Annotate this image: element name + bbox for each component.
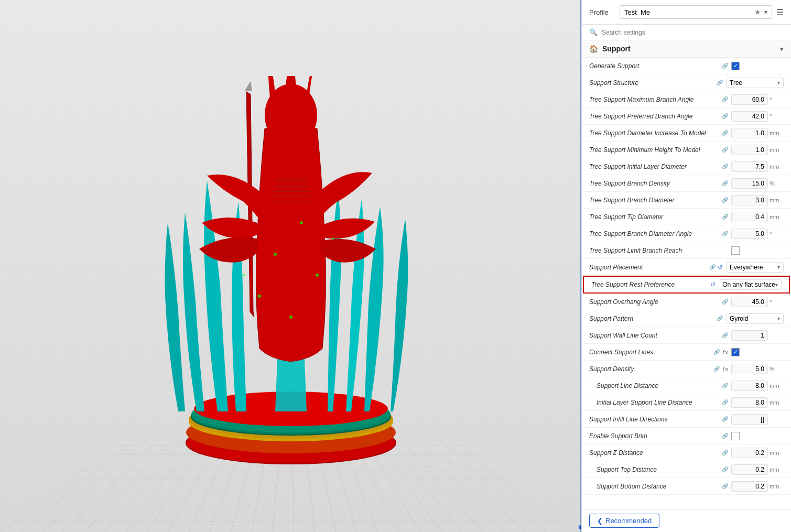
- link-icon-3[interactable]: 🔗: [722, 113, 728, 119]
- checkbox-22[interactable]: [731, 432, 740, 440]
- unit-19: mm: [770, 383, 781, 389]
- number-input-24[interactable]: [731, 464, 768, 475]
- recommended-button[interactable]: ❮ Recommended: [589, 514, 659, 528]
- setting-row-11: Tree Support Limit Branch Reach: [582, 242, 791, 259]
- svg-point-8: [274, 253, 277, 256]
- unit-2: °: [770, 96, 781, 103]
- reset-icon-13[interactable]: ↺: [710, 281, 716, 288]
- setting-value-3: °: [731, 111, 784, 122]
- link-icon-9[interactable]: 🔗: [722, 214, 728, 220]
- star-icon[interactable]: ★: [754, 8, 761, 16]
- link-icon-19[interactable]: 🔗: [722, 383, 728, 388]
- menu-icon[interactable]: ☰: [776, 7, 784, 17]
- link-icon-15[interactable]: 🔗: [717, 316, 723, 321]
- setting-icons-24: 🔗: [722, 466, 728, 472]
- setting-row-10: Tree Support Branch Diameter Angle🔗°: [582, 225, 791, 242]
- link-icon-2[interactable]: 🔗: [722, 96, 728, 102]
- setting-name-4: Tree Support Diameter Increase To Model: [589, 129, 722, 137]
- setting-name-1: Support Structure: [589, 79, 717, 86]
- profile-select[interactable]: Test_Me ★ ▾: [620, 5, 772, 19]
- link-icon-12[interactable]: 🔗: [709, 264, 716, 270]
- setting-value-21: [731, 414, 784, 425]
- link-icon-24[interactable]: 🔗: [722, 466, 728, 472]
- number-input-14[interactable]: [731, 297, 768, 307]
- checkbox-11[interactable]: [731, 246, 740, 255]
- setting-value-22: [731, 432, 784, 440]
- link-icon-1[interactable]: 🔗: [717, 80, 723, 85]
- reset-icon-12[interactable]: ↺: [718, 264, 723, 271]
- setting-name-12: Support Placement: [589, 264, 709, 271]
- link-icon-21[interactable]: 🔗: [722, 416, 728, 422]
- link-icon-17[interactable]: 🔗: [713, 349, 720, 355]
- setting-icons-9: 🔗: [722, 214, 728, 220]
- dropdown-value-12: Everywhere: [730, 264, 763, 271]
- number-input-5[interactable]: [731, 145, 768, 155]
- number-input-20[interactable]: [731, 397, 768, 408]
- setting-name-10: Tree Support Branch Diameter Angle: [589, 230, 722, 237]
- link-icon-23[interactable]: 🔗: [722, 450, 728, 455]
- setting-icons-0: 🔗: [722, 63, 728, 69]
- search-input[interactable]: [602, 29, 784, 36]
- number-input-6[interactable]: [731, 161, 768, 172]
- link-icon-5[interactable]: 🔗: [722, 147, 728, 153]
- dropdown-12[interactable]: Everywhere▾: [726, 262, 784, 273]
- setting-icons-19: 🔗: [722, 383, 728, 388]
- settings-panel: Profile Test_Me ★ ▾ ☰ 🔍 🏠 Support ▾ Gene…: [581, 0, 791, 532]
- link-icon-16[interactable]: 🔗: [722, 332, 728, 338]
- number-input-8[interactable]: [731, 195, 768, 205]
- number-input-19[interactable]: [731, 381, 768, 391]
- setting-icons-6: 🔗: [722, 164, 728, 169]
- dropdown-1[interactable]: Tree▾: [726, 78, 784, 88]
- chevron-down-icon-15: ▾: [777, 316, 780, 321]
- dropdown-13[interactable]: On any flat surface▾: [719, 279, 782, 290]
- viewport-handle[interactable]: [579, 525, 581, 529]
- number-input-10[interactable]: [731, 229, 768, 239]
- link-icon-7[interactable]: 🔗: [722, 180, 728, 186]
- number-input-2[interactable]: [731, 94, 768, 105]
- setting-value-10: °: [731, 229, 784, 239]
- number-input-18[interactable]: [731, 364, 768, 374]
- unit-8: mm: [770, 197, 781, 203]
- text-input-21[interactable]: [731, 414, 768, 425]
- settings-scroll-area[interactable]: 🏠 Support ▾ Generate Support🔗✓Support St…: [582, 40, 791, 509]
- section-chevron-icon[interactable]: ▾: [780, 45, 784, 53]
- link-icon-20[interactable]: 🔗: [722, 399, 728, 405]
- setting-row-24: Support Top Distance🔗mm: [582, 461, 791, 478]
- link-icon-22[interactable]: 🔗: [722, 433, 728, 439]
- setting-icons-14: 🔗: [722, 299, 728, 305]
- number-input-23[interactable]: [731, 448, 768, 458]
- link-icon-25[interactable]: 🔗: [722, 483, 728, 489]
- number-input-9[interactable]: [731, 212, 768, 222]
- svg-point-12: [289, 316, 292, 319]
- recommended-label: Recommended: [605, 517, 652, 525]
- dropdown-value-1: Tree: [730, 79, 742, 86]
- number-input-25[interactable]: [731, 481, 768, 492]
- chevron-down-icon[interactable]: ▾: [764, 8, 767, 16]
- checkbox-0[interactable]: ✓: [731, 62, 740, 70]
- link-icon-14[interactable]: 🔗: [722, 299, 728, 305]
- setting-value-17: ✓: [731, 348, 784, 356]
- support-section-header[interactable]: 🏠 Support ▾: [582, 40, 791, 58]
- link-icon-8[interactable]: 🔗: [722, 197, 728, 203]
- setting-row-14: Support Overhang Angle🔗°: [582, 294, 791, 310]
- link-icon-0[interactable]: 🔗: [722, 63, 728, 69]
- setting-name-14: Support Overhang Angle: [589, 298, 722, 306]
- setting-name-0: Generate Support: [589, 62, 722, 70]
- link-icon-10[interactable]: 🔗: [722, 231, 728, 236]
- setting-icons-12: 🔗↺: [709, 264, 723, 271]
- 3d-viewport[interactable]: [0, 0, 581, 532]
- link-icon-6[interactable]: 🔗: [722, 164, 728, 169]
- setting-row-16: Support Wall Line Count🔗: [582, 327, 791, 344]
- checkbox-17[interactable]: ✓: [731, 348, 740, 356]
- number-input-16[interactable]: [731, 330, 768, 341]
- dropdown-15[interactable]: Gyroid▾: [726, 313, 784, 324]
- number-input-4[interactable]: [731, 128, 768, 138]
- number-input-7[interactable]: [731, 178, 768, 189]
- number-input-3[interactable]: [731, 111, 768, 122]
- link-icon-18[interactable]: 🔗: [713, 366, 720, 372]
- setting-row-12: Support Placement🔗↺Everywhere▾: [582, 259, 791, 276]
- link-icon-4[interactable]: 🔗: [722, 130, 728, 136]
- setting-value-13: On any flat surface▾: [719, 279, 782, 290]
- setting-name-16: Support Wall Line Count: [589, 332, 722, 339]
- setting-name-9: Tree Support Tip Diameter: [589, 213, 722, 221]
